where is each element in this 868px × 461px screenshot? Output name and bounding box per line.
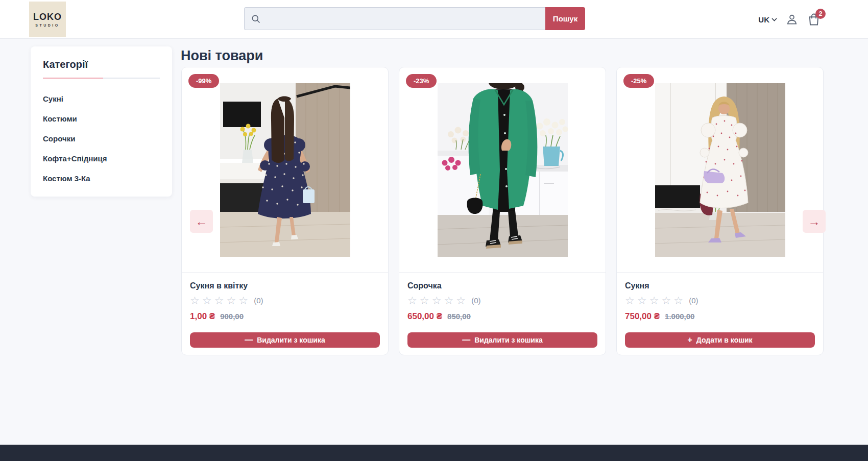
product-photo xyxy=(655,83,785,257)
product-info: Сорочка ☆☆☆☆☆ (0) 650,00 ₴ 850,00 — Вида… xyxy=(399,273,606,355)
minus-icon: — xyxy=(462,336,470,344)
sidebar-title: Категорії xyxy=(43,59,160,70)
price-row: 1,00 ₴ 900,00 xyxy=(190,311,380,322)
sidebar-item-kostiumy[interactable]: Костюми xyxy=(43,109,160,129)
language-label: UK xyxy=(758,15,769,24)
page-title: Нові товари xyxy=(181,48,263,64)
minus-icon: — xyxy=(245,336,253,344)
product-title[interactable]: Сорочка xyxy=(407,281,597,290)
cta-label: Додати в кошик xyxy=(696,336,753,344)
logo-subtitle: STUDIO xyxy=(35,23,59,27)
rating-count: (0) xyxy=(471,296,480,305)
search-icon xyxy=(251,14,261,24)
product-card[interactable]: -25% xyxy=(616,67,824,355)
product-title[interactable]: Сукня xyxy=(625,281,815,290)
discount-badge: -23% xyxy=(406,74,437,88)
carousel-next-button[interactable]: → xyxy=(803,210,826,233)
language-selector[interactable]: UK xyxy=(758,15,777,24)
product-info: Сукня ☆☆☆☆☆ (0) 750,00 ₴ 1.000,00 + Дода… xyxy=(617,273,823,355)
product-rating: ☆☆☆☆☆ (0) xyxy=(625,295,815,306)
product-media[interactable]: -25% xyxy=(617,67,823,273)
search-input-wrap xyxy=(244,7,545,30)
rating-stars-icon: ☆☆☆☆☆ xyxy=(190,295,251,306)
sidebar-categories: Категорії Сукні Костюми Сорочки Кофта+Сп… xyxy=(31,46,172,197)
rating-count: (0) xyxy=(689,296,698,305)
cart-button[interactable]: 2 xyxy=(807,12,821,27)
product-card[interactable]: -23% xyxy=(399,67,606,355)
discount-badge: -25% xyxy=(623,74,654,88)
page: LOKO STUDIO Пошук UK xyxy=(0,0,868,461)
header: LOKO STUDIO Пошук UK xyxy=(0,0,868,39)
rating-stars-icon: ☆☆☆☆☆ xyxy=(625,295,686,306)
old-price: 850,00 xyxy=(447,312,471,321)
add-to-cart-button[interactable]: + Додати в кошик xyxy=(625,332,815,348)
rating-stars-icon: ☆☆☆☆☆ xyxy=(407,295,468,306)
remove-from-cart-button[interactable]: — Видалити з кошика xyxy=(190,332,380,348)
product-media[interactable]: -23% xyxy=(399,67,606,273)
current-price: 750,00 ₴ xyxy=(625,311,660,322)
account-button[interactable] xyxy=(785,13,799,26)
product-rating: ☆☆☆☆☆ (0) xyxy=(190,295,380,306)
price-row: 650,00 ₴ 850,00 xyxy=(407,311,597,322)
sidebar-underline xyxy=(43,78,160,79)
chevron-down-icon xyxy=(771,18,777,21)
plus-icon: + xyxy=(687,336,692,344)
sidebar-item-sorochky[interactable]: Сорочки xyxy=(43,129,160,149)
sidebar-item-kostium-3ka[interactable]: Костюм 3-Ка xyxy=(43,168,160,188)
product-media[interactable]: -99% xyxy=(182,67,388,273)
person-icon xyxy=(785,13,799,26)
product-rating: ☆☆☆☆☆ (0) xyxy=(407,295,597,306)
header-actions: UK 2 xyxy=(758,0,821,39)
cta-label: Видалити з кошика xyxy=(474,336,543,344)
product-photo xyxy=(220,83,350,257)
sidebar-item-sukni[interactable]: Сукні xyxy=(43,89,160,109)
footer xyxy=(0,445,868,461)
logo[interactable]: LOKO STUDIO xyxy=(29,2,66,37)
carousel-prev-button[interactable]: ← xyxy=(190,210,213,233)
old-price: 900,00 xyxy=(220,312,244,321)
arrow-left-icon: ← xyxy=(196,215,208,228)
product-grid: -99% xyxy=(181,67,824,355)
price-row: 750,00 ₴ 1.000,00 xyxy=(625,311,815,322)
logo-title: LOKO xyxy=(33,12,62,22)
rating-count: (0) xyxy=(254,296,263,305)
current-price: 650,00 ₴ xyxy=(407,311,442,322)
sidebar-item-kofta-spidnytsia[interactable]: Кофта+Спідниця xyxy=(43,149,160,168)
product-title[interactable]: Сукня в квітку xyxy=(190,281,380,290)
arrow-right-icon: → xyxy=(808,215,821,228)
current-price: 1,00 ₴ xyxy=(190,311,215,322)
product-photo xyxy=(438,83,568,257)
remove-from-cart-button[interactable]: — Видалити з кошика xyxy=(407,332,597,348)
cta-label: Видалити з кошика xyxy=(257,336,325,344)
search-bar: Пошук xyxy=(244,7,585,30)
old-price: 1.000,00 xyxy=(665,312,694,321)
search-input[interactable] xyxy=(261,8,545,30)
discount-badge: -99% xyxy=(188,74,219,88)
cart-count-badge: 2 xyxy=(815,9,826,19)
search-button[interactable]: Пошук xyxy=(545,7,585,30)
product-info: Сукня в квітку ☆☆☆☆☆ (0) 1,00 ₴ 900,00 —… xyxy=(182,273,388,355)
